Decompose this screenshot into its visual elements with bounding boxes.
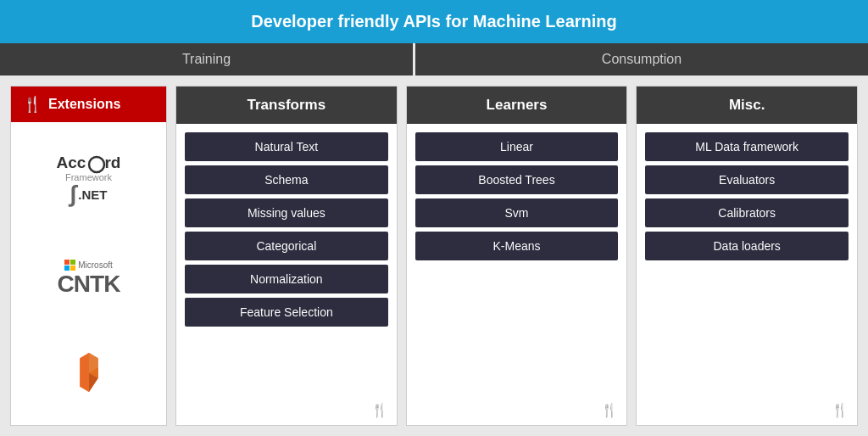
transforms-header: Transforms — [176, 87, 397, 124]
fork-icon: 🍴 — [23, 95, 42, 114]
extensions-logos: Acc rd Framework ∫ .NET — [11, 122, 166, 425]
list-item[interactable]: Schema — [185, 165, 388, 194]
integral-icon: ∫ — [70, 182, 77, 206]
fork-footer-icon: 🍴 — [832, 402, 849, 418]
list-item[interactable]: Natural Text — [185, 132, 388, 161]
misc-header: Misc. — [637, 87, 857, 124]
fork-footer-icon: 🍴 — [601, 402, 618, 418]
tensorflow-icon — [68, 351, 110, 394]
misc-label: Misc. — [729, 97, 765, 113]
extensions-header: 🍴 Extensions — [11, 87, 166, 122]
cntk-logo: Microsoft CNTK — [58, 260, 120, 298]
section-row: Training Consumption — [0, 43, 868, 75]
transforms-panel: Transforms Natural Text Schema Missing v… — [175, 86, 398, 426]
learners-footer: 🍴 — [407, 397, 627, 425]
list-item[interactable]: Svm — [415, 198, 619, 227]
main-content: 🍴 Extensions Acc rd Framework — [0, 75, 868, 436]
svg-point-0 — [89, 157, 104, 172]
learners-panel: Learners Linear Boosted Trees Svm K-Mean… — [406, 86, 628, 426]
list-item[interactable]: Linear — [415, 132, 619, 161]
list-item[interactable]: Data loaders — [645, 232, 849, 260]
extensions-label: Extensions — [48, 97, 120, 112]
list-item[interactable]: K-Means — [415, 232, 619, 260]
misc-items: ML Data framework Evaluators Calibrators… — [637, 124, 857, 397]
learners-header: Learners — [407, 87, 627, 124]
learners-items: Linear Boosted Trees Svm K-Means — [407, 124, 627, 397]
list-item[interactable]: Boosted Trees — [415, 165, 619, 194]
list-item[interactable]: Evaluators — [645, 165, 849, 194]
microsoft-squares — [64, 260, 75, 271]
consumption-section: Consumption — [415, 43, 868, 75]
learners-label: Learners — [487, 97, 548, 113]
list-item[interactable]: Normalization — [185, 265, 388, 293]
list-item[interactable]: Calibrators — [645, 198, 849, 227]
transforms-items: Natural Text Schema Missing values Categ… — [176, 124, 397, 397]
tensorflow-logo — [68, 351, 110, 394]
main-header: Developer friendly APIs for Machine Lear… — [0, 0, 868, 43]
list-item[interactable]: Categorical — [185, 232, 388, 260]
training-label: Training — [182, 52, 231, 66]
list-item[interactable]: ML Data framework — [645, 132, 849, 161]
accord-circle-icon — [87, 155, 106, 174]
app-container: Developer friendly APIs for Machine Lear… — [0, 0, 868, 436]
list-item[interactable]: Feature Selection — [185, 298, 388, 327]
extensions-panel: 🍴 Extensions Acc rd Framework — [10, 86, 167, 426]
transforms-label: Transforms — [248, 97, 326, 113]
training-section: Training — [0, 43, 415, 75]
header-title: Developer friendly APIs for Machine Lear… — [251, 12, 617, 31]
misc-footer: 🍴 — [637, 397, 857, 425]
accord-logo: Acc rd Framework ∫ .NET — [57, 154, 121, 206]
consumption-label: Consumption — [602, 52, 682, 66]
cntk-text: CNTK — [58, 271, 120, 298]
misc-panel: Misc. ML Data framework Evaluators Calib… — [636, 86, 858, 426]
transforms-footer: 🍴 — [176, 397, 397, 425]
list-item[interactable]: Missing values — [185, 198, 388, 227]
fork-footer-icon: 🍴 — [371, 402, 388, 418]
